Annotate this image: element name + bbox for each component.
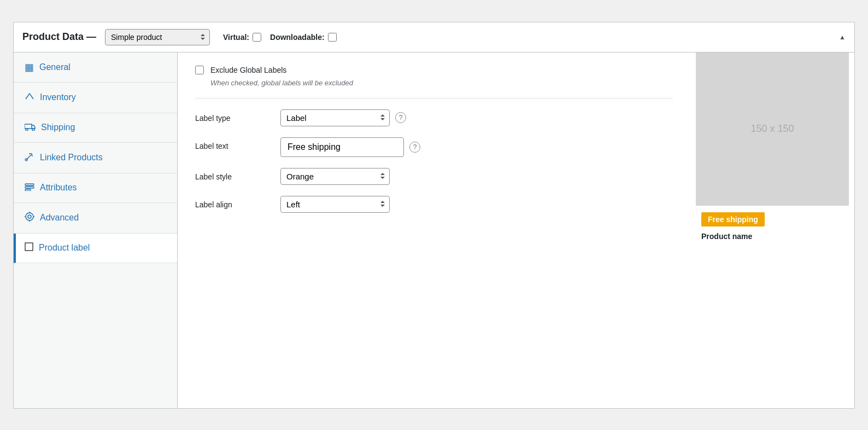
- svg-point-1: [26, 129, 28, 131]
- header-checkboxes: Virtual: Downloadable:: [223, 33, 337, 42]
- preview-image-placeholder: 150 x 150: [750, 123, 794, 135]
- virtual-label: Virtual:: [223, 33, 249, 42]
- svg-rect-13: [25, 243, 33, 251]
- exclude-global-labels-hint: When checked, global labels will be excl…: [210, 79, 673, 87]
- label-type-label: Label type: [195, 109, 272, 123]
- label-text-row: Label text ?: [195, 137, 673, 157]
- label-style-select[interactable]: Orange Red Blue Green Black: [280, 168, 390, 185]
- label-align-select[interactable]: Left Right Center: [280, 196, 390, 213]
- downloadable-checkbox-item: Downloadable:: [270, 33, 337, 42]
- linked-products-icon: [25, 152, 34, 164]
- preview-label-badge: Free shipping: [701, 212, 765, 226]
- product-data-box: Product Data — Simple product Variable p…: [13, 22, 855, 409]
- sidebar-item-label-advanced: Advanced: [40, 213, 79, 223]
- exclude-global-labels-label: Exclude Global Labels: [210, 66, 286, 74]
- svg-point-2: [32, 129, 34, 131]
- svg-rect-4: [25, 184, 34, 185]
- attributes-icon: [25, 182, 34, 194]
- sidebar-item-product-label[interactable]: Product label: [14, 234, 177, 263]
- exclude-global-labels-row: Exclude Global Labels: [195, 66, 673, 74]
- section-divider-1: [195, 98, 673, 98]
- sidebar-item-label-product-label: Product label: [39, 243, 90, 253]
- label-style-control: Orange Red Blue Green Black: [280, 168, 390, 185]
- exclude-global-labels-checkbox[interactable]: [195, 66, 204, 74]
- svg-rect-5: [25, 187, 34, 188]
- preview-image: 150 x 150: [696, 53, 849, 206]
- sidebar-item-label-inventory: Inventory: [40, 92, 76, 102]
- shipping-icon: [25, 122, 36, 133]
- sidebar-item-label-shipping: Shipping: [41, 123, 75, 132]
- label-text-input[interactable]: [280, 137, 404, 157]
- label-text-label: Label text: [195, 137, 272, 150]
- main-content: Exclude Global Labels When checked, glob…: [178, 53, 690, 241]
- label-type-select[interactable]: Label Custom Sale New Hot: [280, 109, 390, 126]
- label-align-control: Left Right Center: [280, 196, 390, 213]
- content-with-preview: Exclude Global Labels When checked, glob…: [178, 53, 854, 241]
- product-type-select[interactable]: Simple product Variable product Grouped …: [105, 29, 210, 45]
- product-data-header: Product Data — Simple product Variable p…: [14, 22, 854, 53]
- label-type-help-icon[interactable]: ?: [395, 112, 406, 123]
- main-content-area: Exclude Global Labels When checked, glob…: [178, 53, 854, 408]
- svg-point-8: [28, 215, 31, 218]
- product-label-icon: [25, 242, 33, 254]
- downloadable-label: Downloadable:: [270, 33, 325, 42]
- collapse-button[interactable]: ▲: [839, 33, 846, 41]
- label-style-label: Label style: [195, 168, 272, 181]
- product-data-title: Product Data —: [22, 31, 96, 43]
- sidebar-item-label-general: General: [39, 62, 71, 72]
- label-type-row: Label type Label Custom Sale New Hot ?: [195, 109, 673, 126]
- sidebar-item-inventory[interactable]: Inventory: [14, 83, 177, 113]
- product-data-body: ▦ General Inventory: [14, 53, 854, 408]
- virtual-checkbox[interactable]: [253, 33, 261, 42]
- label-text-control: ?: [280, 137, 420, 157]
- virtual-checkbox-item: Virtual:: [223, 33, 261, 42]
- label-align-row: Label align Left Right Center: [195, 196, 673, 213]
- sidebar-item-linked-products[interactable]: Linked Products: [14, 143, 177, 173]
- label-text-help-icon[interactable]: ?: [409, 142, 420, 153]
- svg-point-7: [26, 213, 33, 220]
- sidebar-item-general[interactable]: ▦ General: [14, 53, 177, 83]
- label-type-control: Label Custom Sale New Hot ?: [280, 109, 406, 126]
- sidebar-item-attributes[interactable]: Attributes: [14, 173, 177, 203]
- label-style-row: Label style Orange Red Blue Green Black: [195, 168, 673, 185]
- sidebar-item-label-linked-products: Linked Products: [40, 153, 103, 162]
- general-icon: ▦: [25, 61, 34, 73]
- preview-product-name: Product name: [701, 232, 752, 241]
- sidebar-item-advanced[interactable]: Advanced: [14, 203, 177, 234]
- inventory-icon: [25, 91, 34, 104]
- preview-area: 150 x 150 Free shipping Product name: [690, 53, 854, 241]
- downloadable-checkbox[interactable]: [328, 33, 337, 42]
- sidebar: ▦ General Inventory: [14, 53, 178, 408]
- svg-rect-6: [25, 189, 31, 191]
- advanced-icon: [25, 212, 34, 224]
- svg-rect-0: [25, 124, 32, 129]
- sidebar-item-shipping[interactable]: Shipping: [14, 113, 177, 143]
- sidebar-item-label-attributes: Attributes: [40, 183, 77, 193]
- label-align-label: Label align: [195, 196, 272, 209]
